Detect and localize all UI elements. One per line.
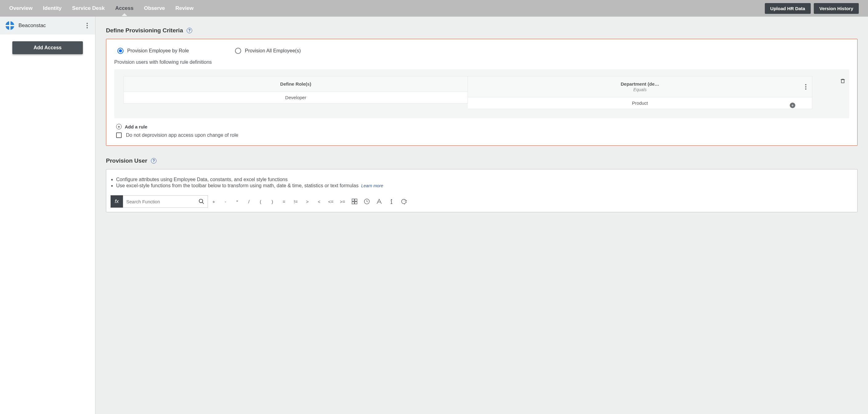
sidebar: Beaconstac Add Access xyxy=(0,17,95,414)
svg-line-2 xyxy=(203,202,204,204)
main-content: Define Provisioning Criteria ? Provision… xyxy=(95,17,868,414)
instruction-line: Use excel-style functions from the toolb… xyxy=(116,183,852,189)
top-navbar: Overview Identity Service Desk Access Ob… xyxy=(0,0,868,17)
delete-rule-icon[interactable] xyxy=(840,78,845,86)
column-more-icon[interactable] xyxy=(803,82,808,92)
criteria-title-text: Define Provisioning Criteria xyxy=(106,27,183,34)
op-lte[interactable]: <= xyxy=(325,195,337,208)
criteria-panel: Provision Employee by Role Provision All… xyxy=(106,39,858,146)
svg-point-8 xyxy=(391,199,392,200)
op-gt[interactable]: > xyxy=(302,195,313,208)
col-define-roles-header: Define Role(s) xyxy=(124,76,468,92)
op-paren-close[interactable]: ) xyxy=(267,195,278,208)
provision-mode-radios: Provision Employee by Role Provision All… xyxy=(117,48,849,54)
add-rule-label: Add a rule xyxy=(125,124,147,129)
text-category-icon[interactable] xyxy=(373,195,385,208)
svg-rect-4 xyxy=(355,199,357,201)
svg-rect-0 xyxy=(841,80,844,83)
col-department-header: Department (de… Equals xyxy=(468,76,812,97)
provision-user-instructions: Configure attributes using Employee Data… xyxy=(111,175,853,193)
cell-role-value[interactable]: Developer xyxy=(124,92,468,103)
add-rule-button[interactable]: + Add a rule xyxy=(116,124,849,129)
criteria-section-title: Define Provisioning Criteria ? xyxy=(106,27,858,34)
tab-identity[interactable]: Identity xyxy=(43,1,62,16)
math-category-icon[interactable] xyxy=(348,195,361,208)
app-logo-icon xyxy=(5,21,14,30)
op-minus[interactable]: - xyxy=(220,195,231,208)
tab-service-desk[interactable]: Service Desk xyxy=(72,1,105,16)
sidebar-app-header: Beaconstac xyxy=(0,17,95,34)
svg-rect-5 xyxy=(352,202,354,204)
operator-buttons: + - * / ( ) = != > < <= >= xyxy=(208,195,348,208)
provision-user-help-icon[interactable]: ? xyxy=(151,158,156,164)
cell-dept-value[interactable]: Product xyxy=(468,97,812,109)
instruction-line: Configure attributes using Employee Data… xyxy=(116,177,852,182)
tab-observe[interactable]: Observe xyxy=(144,1,165,16)
radio-all-label: Provision All Employee(s) xyxy=(245,48,301,54)
radio-all-employees[interactable]: Provision All Employee(s) xyxy=(235,48,301,54)
op-lt[interactable]: < xyxy=(313,195,325,208)
nav-tabs: Overview Identity Service Desk Access Ob… xyxy=(9,1,193,16)
topbar-actions: Upload HR Data Version History xyxy=(765,3,859,14)
op-div[interactable]: / xyxy=(243,195,255,208)
add-column-icon[interactable]: + xyxy=(790,103,795,108)
upload-hr-data-button[interactable]: Upload HR Data xyxy=(765,3,811,14)
op-plus[interactable]: + xyxy=(208,195,220,208)
tab-review[interactable]: Review xyxy=(176,1,194,16)
radio-icon xyxy=(235,48,241,54)
info-category-icon[interactable] xyxy=(385,195,398,208)
rule-box: Define Role(s) Developer Department (de…… xyxy=(114,69,849,118)
svg-rect-3 xyxy=(352,199,354,201)
rule-subhead: Provision users with following rule defi… xyxy=(114,59,849,65)
stats-category-icon[interactable] xyxy=(398,195,410,208)
tab-overview[interactable]: Overview xyxy=(9,1,33,16)
criteria-help-icon[interactable]: ? xyxy=(187,28,192,33)
plus-circle-icon: + xyxy=(116,124,122,129)
col-operator-label: Equals xyxy=(469,87,811,92)
svg-rect-6 xyxy=(355,202,357,204)
svg-point-1 xyxy=(199,199,203,203)
provision-user-panel: Configure attributes using Employee Data… xyxy=(106,169,858,212)
radio-by-role-label: Provision Employee by Role xyxy=(127,48,189,54)
function-search-input[interactable] xyxy=(126,199,198,204)
radio-by-role[interactable]: Provision Employee by Role xyxy=(117,48,189,54)
fx-icon[interactable]: fx xyxy=(111,195,123,208)
deprovision-checkbox-row: Do not deprovision app access upon chang… xyxy=(116,132,849,138)
learn-more-link[interactable]: Learn more xyxy=(361,183,383,188)
datetime-category-icon[interactable] xyxy=(361,195,373,208)
op-neq[interactable]: != xyxy=(290,195,302,208)
provision-user-title: Provision User ? xyxy=(106,157,858,164)
op-gte[interactable]: >= xyxy=(337,195,348,208)
app-name-label: Beaconstac xyxy=(19,23,85,29)
version-history-button[interactable]: Version History xyxy=(814,3,859,14)
app-more-icon[interactable] xyxy=(85,21,90,30)
op-paren-open[interactable]: ( xyxy=(255,195,267,208)
op-eq[interactable]: = xyxy=(278,195,290,208)
add-access-button[interactable]: Add Access xyxy=(12,41,83,54)
function-search[interactable] xyxy=(123,195,208,208)
formula-toolbar: fx + - * / ( ) = != > < xyxy=(111,195,853,208)
search-icon xyxy=(198,198,205,204)
deprovision-label: Do not deprovision app access upon chang… xyxy=(126,132,239,138)
op-mult[interactable]: * xyxy=(231,195,243,208)
radio-icon xyxy=(117,48,124,54)
provision-user-title-text: Provision User xyxy=(106,157,147,164)
tab-access[interactable]: Access xyxy=(115,1,134,16)
deprovision-checkbox[interactable] xyxy=(116,132,122,138)
